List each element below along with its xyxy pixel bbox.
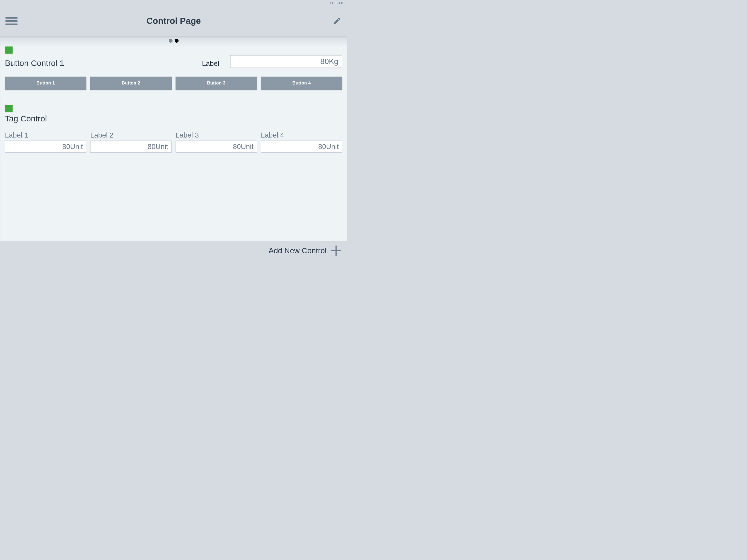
edit-icon[interactable]: [332, 16, 342, 26]
add-new-control-label: Add New Control: [268, 246, 327, 255]
tag-value-box-4[interactable]: 80Unit: [261, 141, 342, 153]
header: Control Page: [0, 6, 347, 36]
tag-label-4: Label 4: [261, 131, 342, 139]
logo-bar: LOGO!: [0, 0, 347, 6]
menu-icon[interactable]: [5, 15, 18, 27]
control-button-2[interactable]: Button 2: [90, 77, 172, 90]
content-area: Button Control 1 Label 80Kg Button 1 But…: [0, 36, 347, 240]
app-root: LOGO! Control Page Button Control 1 Labe…: [0, 0, 347, 260]
button-control-title: Button Control 1: [5, 58, 196, 68]
tag-col-4: Label 4 80Unit: [261, 131, 342, 153]
tag-value-box-1[interactable]: 80Unit: [5, 141, 86, 153]
tag-label-3: Label 3: [176, 131, 257, 139]
tag-col-2: Label 2 80Unit: [90, 131, 172, 153]
button-control-label: Label: [202, 59, 219, 68]
tag-label-2: Label 2: [90, 131, 172, 139]
status-indicator: [5, 105, 12, 112]
control-button-1[interactable]: Button 1: [5, 77, 86, 90]
logo-text: LOGO!: [330, 1, 343, 5]
tag-label-1: Label 1: [5, 131, 86, 139]
button-row: Button 1 Button 2 Button 3 Button 4: [5, 77, 342, 90]
tag-value-box-3[interactable]: 80Unit: [176, 141, 257, 153]
tag-control-title: Tag Control: [5, 114, 342, 123]
control-button-4[interactable]: Button 4: [261, 77, 342, 90]
tag-grid: Label 1 80Unit Label 2 80Unit Label 3 80…: [5, 131, 342, 153]
page-title: Control Page: [0, 16, 347, 26]
footer: Add New Control: [0, 240, 347, 260]
tag-col-1: Label 1 80Unit: [5, 131, 86, 153]
tag-value-2: 80Unit: [148, 143, 168, 151]
control-button-3[interactable]: Button 3: [176, 77, 257, 90]
page-indicator: [5, 39, 342, 43]
tag-value-box-2[interactable]: 80Unit: [90, 141, 172, 153]
status-indicator: [5, 47, 12, 54]
tag-value-1: 80Unit: [62, 143, 83, 151]
section-divider: [5, 101, 342, 101]
button-control-value: 80Kg: [320, 57, 338, 66]
button-control-value-box[interactable]: 80Kg: [230, 55, 342, 68]
tag-control-section: Tag Control Label 1 80Unit Label 2 80Uni…: [5, 105, 342, 157]
tag-value-4: 80Unit: [318, 143, 339, 151]
tag-value-3: 80Unit: [233, 143, 254, 151]
page-dot-1[interactable]: [175, 39, 179, 43]
plus-icon[interactable]: [331, 246, 341, 256]
tag-col-3: Label 3 80Unit: [176, 131, 257, 153]
button-control-section: Button Control 1 Label 80Kg Button 1 But…: [5, 47, 342, 95]
page-dot-0[interactable]: [169, 39, 173, 43]
